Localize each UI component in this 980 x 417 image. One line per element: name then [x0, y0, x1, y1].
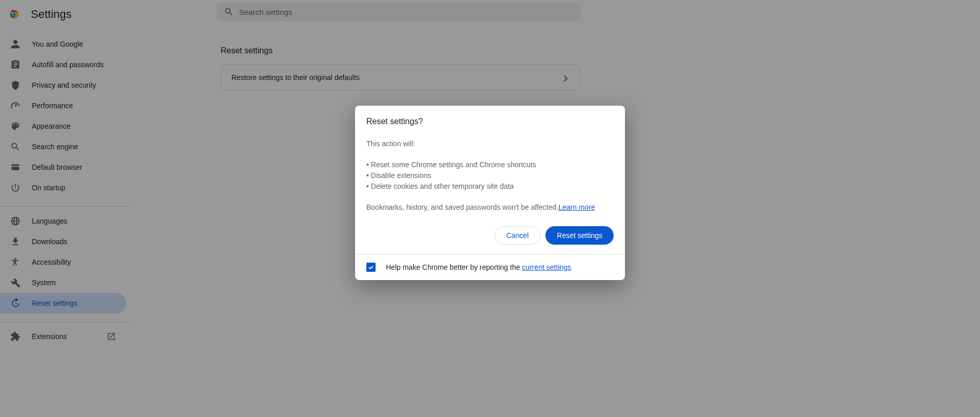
learn-more-link[interactable]: Learn more [558, 203, 595, 211]
modal-scrim[interactable]: Reset settings? This action will: Reset … [0, 0, 980, 417]
reset-settings-button[interactable]: Reset settings [545, 226, 614, 245]
app-root: Settings You and GoogleAutofill and pass… [0, 0, 980, 417]
dialog-unaffected: Bookmarks, history, and saved passwords … [366, 203, 558, 211]
dialog-bullet: Disable extensions [366, 170, 614, 181]
current-settings-link[interactable]: current settings [522, 263, 571, 271]
reset-settings-dialog: Reset settings? This action will: Reset … [355, 106, 625, 280]
dialog-text: This action will: Reset some Chrome sett… [366, 138, 614, 213]
dialog-title: Reset settings? [366, 117, 614, 126]
footer-text: Help make Chrome better by reporting the [386, 263, 522, 271]
dialog-footer: Help make Chrome better by reporting the… [355, 254, 625, 280]
dialog-bullet: Reset some Chrome settings and Chrome sh… [366, 160, 614, 170]
cancel-button[interactable]: Cancel [495, 226, 541, 245]
dialog-intro: This action will: [366, 138, 614, 149]
report-checkbox[interactable] [366, 263, 376, 272]
dialog-bullet: Delete cookies and other temporary site … [366, 181, 614, 192]
